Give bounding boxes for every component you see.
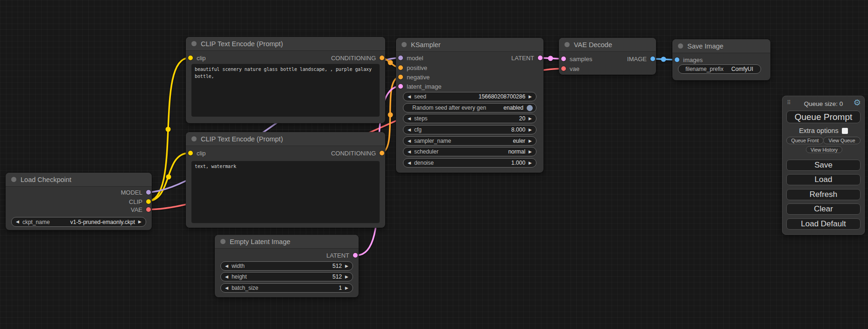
- drag-handle-icon[interactable]: ⠿: [787, 100, 791, 105]
- negative-prompt-textarea[interactable]: text, watermark: [191, 161, 380, 223]
- latent-port-icon[interactable]: [398, 84, 403, 89]
- node-status-icon: [678, 43, 683, 49]
- width-number-widget[interactable]: ◀ width 512 ▶: [220, 261, 353, 271]
- node-title-bar[interactable]: CLIP Text Encode (Prompt): [186, 132, 385, 146]
- save-button[interactable]: Save: [786, 160, 861, 171]
- vae-input-port[interactable]: vae: [561, 65, 579, 72]
- image-port-icon[interactable]: [650, 56, 655, 61]
- node-title-bar[interactable]: Load Checkpoint: [6, 173, 152, 187]
- clip-output-port[interactable]: CLIP: [129, 198, 151, 205]
- random-seed-toggle-widget[interactable]: Random seed after every gen enabled: [403, 103, 536, 112]
- increment-arrow-icon[interactable]: ▶: [345, 275, 348, 279]
- increment-arrow-icon[interactable]: ▶: [529, 128, 532, 132]
- comfyui-canvas[interactable]: { "colors": { "model": "#B39DDB", "clip"…: [0, 0, 868, 329]
- conditioning-port-icon[interactable]: [398, 65, 403, 70]
- latent-port-icon[interactable]: [538, 56, 543, 60]
- decrement-arrow-icon[interactable]: ◀: [408, 95, 411, 99]
- node-vae-decode[interactable]: VAE Decode samples vae IMAGE: [559, 38, 656, 75]
- latent-image-input-port[interactable]: latent_image: [398, 83, 441, 90]
- negative-input-port[interactable]: negative: [398, 74, 430, 80]
- refresh-button[interactable]: Refresh: [786, 189, 861, 200]
- increment-arrow-icon[interactable]: ▶: [138, 220, 141, 224]
- queue-front-button[interactable]: Queue Front: [786, 137, 824, 144]
- latent-output-port[interactable]: LATENT: [326, 252, 358, 259]
- steps-number-widget[interactable]: ◀ steps 20 ▶: [403, 114, 536, 123]
- latent-port-icon[interactable]: [353, 253, 358, 258]
- positive-input-port[interactable]: positive: [398, 64, 427, 71]
- increment-arrow-icon[interactable]: ▶: [529, 161, 532, 165]
- decrement-arrow-icon[interactable]: ◀: [225, 264, 228, 268]
- node-save-image[interactable]: Save Image images filename_prefix ComfyU…: [672, 39, 770, 80]
- clear-button[interactable]: Clear: [786, 203, 861, 215]
- model-output-port[interactable]: MODEL: [121, 189, 151, 196]
- conditioning-port-icon[interactable]: [380, 151, 384, 155]
- node-empty-latent-image[interactable]: Empty Latent Image LATENT ◀ width 512 ▶ …: [215, 235, 359, 297]
- latent-port-icon[interactable]: [561, 56, 566, 61]
- decrement-arrow-icon[interactable]: ◀: [225, 286, 228, 290]
- node-clip-text-encode-positive[interactable]: CLIP Text Encode (Prompt) clip CONDITION…: [186, 37, 385, 123]
- view-queue-button[interactable]: View Queue: [823, 137, 861, 144]
- clip-port-icon[interactable]: [188, 151, 193, 155]
- node-title-bar[interactable]: CLIP Text Encode (Prompt): [186, 37, 385, 51]
- latent-output-port[interactable]: LATENT: [511, 55, 543, 61]
- scheduler-combo[interactable]: ◀ scheduler normal ▶: [403, 147, 536, 156]
- seed-number-widget[interactable]: ◀ seed 156680208700286 ▶: [403, 92, 536, 101]
- view-history-button[interactable]: View History: [806, 146, 842, 153]
- toggle-on-icon[interactable]: [527, 105, 533, 111]
- ckpt-name-combo[interactable]: ◀ ckpt_name v1-5-pruned-emaonly.ckpt ▶: [11, 217, 146, 227]
- extra-options-checkbox[interactable]: [842, 128, 848, 134]
- increment-arrow-icon[interactable]: ▶: [529, 150, 532, 154]
- clip-input-port[interactable]: clip: [188, 150, 206, 156]
- vae-output-port[interactable]: VAE: [131, 206, 151, 213]
- conditioning-output-port[interactable]: CONDITIONING: [331, 150, 384, 156]
- vae-port-icon[interactable]: [146, 207, 151, 212]
- image-output-port[interactable]: IMAGE: [627, 56, 655, 62]
- decrement-arrow-icon[interactable]: ◀: [225, 275, 228, 279]
- cfg-number-widget[interactable]: ◀ cfg 8.000 ▶: [403, 125, 536, 134]
- node-title-bar[interactable]: Empty Latent Image: [215, 235, 359, 249]
- model-port-icon[interactable]: [398, 56, 403, 60]
- conditioning-port-icon[interactable]: [380, 56, 384, 60]
- node-title-bar[interactable]: VAE Decode: [559, 38, 656, 52]
- queue-panel[interactable]: ⠿ Queue size: 0 ⚙ Queue Prompt Extra opt…: [782, 96, 865, 235]
- decrement-arrow-icon[interactable]: ◀: [408, 139, 411, 143]
- conditioning-output-port[interactable]: CONDITIONING: [331, 55, 384, 61]
- decrement-arrow-icon[interactable]: ◀: [408, 150, 411, 154]
- height-number-widget[interactable]: ◀ height 512 ▶: [220, 272, 353, 281]
- widget-value: 156680208700286: [479, 93, 525, 100]
- conditioning-port-icon[interactable]: [398, 75, 403, 79]
- increment-arrow-icon[interactable]: ▶: [345, 264, 348, 268]
- samples-input-port[interactable]: samples: [561, 56, 592, 62]
- model-input-port[interactable]: model: [398, 55, 423, 61]
- vae-port-icon[interactable]: [561, 66, 566, 71]
- increment-arrow-icon[interactable]: ▶: [529, 95, 532, 99]
- decrement-arrow-icon[interactable]: ◀: [408, 161, 411, 165]
- load-default-button[interactable]: Load Default: [786, 218, 861, 230]
- denoise-number-widget[interactable]: ◀ denoise 1.000 ▶: [403, 158, 536, 168]
- model-port-icon[interactable]: [146, 190, 151, 195]
- load-button[interactable]: Load: [786, 174, 861, 185]
- increment-arrow-icon[interactable]: ▶: [529, 139, 532, 143]
- image-port-icon[interactable]: [675, 57, 679, 62]
- increment-arrow-icon[interactable]: ▶: [529, 117, 532, 121]
- settings-gear-icon[interactable]: ⚙: [854, 98, 861, 107]
- clip-input-port[interactable]: clip: [188, 55, 206, 61]
- batch-size-number-widget[interactable]: ◀ batch_size 1 ▶: [220, 283, 353, 293]
- decrement-arrow-icon[interactable]: ◀: [408, 117, 411, 121]
- node-title-bar[interactable]: KSampler: [396, 38, 543, 52]
- increment-arrow-icon[interactable]: ▶: [345, 286, 348, 290]
- widget-label: ckpt_name: [22, 219, 50, 225]
- sampler-name-combo[interactable]: ◀ sampler_name euler ▶: [403, 136, 536, 146]
- clip-port-icon[interactable]: [188, 56, 193, 60]
- images-input-port[interactable]: images: [675, 56, 703, 63]
- decrement-arrow-icon[interactable]: ◀: [16, 220, 19, 224]
- node-title-bar[interactable]: Save Image: [672, 39, 770, 53]
- node-clip-text-encode-negative[interactable]: CLIP Text Encode (Prompt) clip CONDITION…: [186, 132, 385, 228]
- positive-prompt-textarea[interactable]: beautiful scenery nature glass bottle la…: [191, 64, 380, 117]
- node-ksampler[interactable]: KSampler model positive negative latent_…: [396, 38, 543, 173]
- decrement-arrow-icon[interactable]: ◀: [408, 128, 411, 132]
- filename-prefix-widget[interactable]: filename_prefix ComfyUI: [678, 64, 761, 74]
- queue-prompt-button[interactable]: Queue Prompt: [786, 111, 861, 123]
- clip-port-icon[interactable]: [146, 199, 151, 204]
- node-load-checkpoint[interactable]: Load Checkpoint MODEL CLIP VAE ◀ ckpt_na…: [6, 173, 152, 230]
